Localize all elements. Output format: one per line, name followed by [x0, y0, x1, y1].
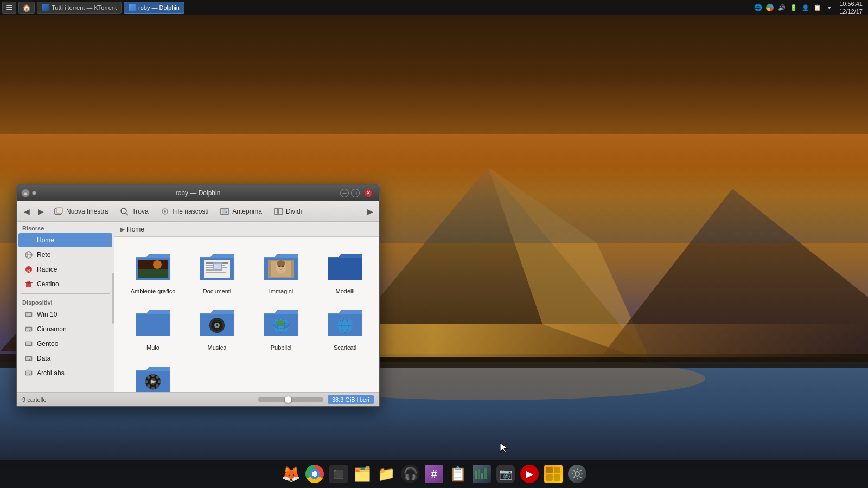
modelli-label: Modelli — [336, 288, 355, 294]
split-button[interactable]: Dividi — [268, 204, 307, 219]
network-manager-icon[interactable]: 🌐 — [754, 3, 762, 12]
svg-rect-107 — [481, 473, 483, 479]
window-controls: ─ □ ✕ — [340, 189, 375, 197]
menu-button[interactable] — [2, 2, 16, 14]
dock-media[interactable]: ▶ — [519, 463, 540, 485]
svg-rect-32 — [26, 313, 31, 316]
pubblici-thumbnail — [264, 306, 298, 341]
zoom-slider[interactable] — [258, 397, 323, 402]
dock-settings[interactable] — [566, 463, 588, 485]
svg-rect-106 — [478, 469, 480, 479]
svg-point-39 — [29, 345, 30, 346]
taskbar-bottom: 🦊 ⬛ 🗂️ 📁 🎧 # 📋 — [0, 460, 868, 488]
dolphin-window-button[interactable]: roby — Dolphin — [124, 2, 184, 14]
folder-pubblici[interactable]: Pubblici — [251, 302, 311, 354]
svg-rect-38 — [26, 342, 31, 345]
folder-modelli[interactable]: Modelli — [315, 246, 375, 298]
svg-rect-105 — [475, 471, 477, 479]
svg-rect-110 — [554, 467, 560, 473]
window-title: roby — Dolphin — [176, 189, 221, 197]
immagini-thumbnail — [264, 250, 298, 285]
toolbar-more-button[interactable]: ▶ — [364, 204, 376, 219]
home-icon: 🏠 — [22, 4, 31, 12]
zoom-slider-container — [258, 397, 323, 402]
user-icon[interactable]: 👤 — [801, 3, 810, 12]
dock-filemanager[interactable]: 🗂️ — [352, 463, 373, 485]
sidebar-win10-label: Win 10 — [37, 311, 57, 318]
dock-camera[interactable]: 📷 — [495, 463, 516, 485]
window-sticky-button[interactable] — [32, 191, 36, 195]
sidebar-scrollbar-track[interactable] — [112, 222, 114, 392]
svg-point-36 — [29, 330, 30, 331]
svg-point-12 — [121, 208, 126, 214]
chrome-tray-icon[interactable] — [765, 3, 774, 12]
sidebar-item-root[interactable]: R Radice — [18, 262, 112, 277]
back-button[interactable]: ◀ — [20, 204, 33, 219]
dolphin-window: ≡ roby — Dolphin ─ □ ✕ ◀ ▶ Nuova finestr… — [16, 184, 380, 407]
svg-rect-41 — [26, 357, 31, 360]
sidebar-resources-title: Risorse — [17, 222, 114, 233]
find-button[interactable]: Trova — [114, 204, 153, 219]
dock-workspace-switcher[interactable] — [542, 463, 564, 485]
folder-immagini[interactable]: Immagini — [251, 246, 311, 298]
svg-point-42 — [29, 359, 30, 361]
preview-button[interactable]: Anteprima — [214, 204, 267, 219]
sidebar-cinnamon-label: Cinnamon — [37, 325, 67, 333]
dock-terminal[interactable]: ⬛ — [328, 463, 349, 485]
sidebar-item-cinnamon[interactable]: Cinnamon — [18, 322, 112, 336]
svg-point-99 — [147, 376, 150, 379]
sidebar-item-trash[interactable]: Cestino — [18, 277, 112, 291]
folder-ambiente-grafico[interactable]: Ambiente grafico — [123, 246, 183, 298]
window-maximize-button[interactable]: □ — [351, 189, 360, 197]
sidebar-item-gentoo[interactable]: Gentoo — [18, 337, 112, 351]
find-icon — [119, 206, 130, 217]
sidebar-item-win10[interactable]: Win 10 — [18, 307, 112, 322]
dock-headphones[interactable]: 🎧 — [399, 463, 421, 485]
home-button[interactable]: 🏠 — [18, 2, 35, 14]
clipboard-icon[interactable]: 📋 — [813, 3, 822, 12]
battery-icon[interactable]: 🔋 — [789, 3, 798, 12]
dock-firefox[interactable]: 🦊 — [280, 463, 302, 485]
breadcrumb-home[interactable]: Home — [127, 226, 144, 233]
sidebar-item-archlabs[interactable]: ArchLabs — [18, 366, 112, 380]
svg-point-68 — [282, 266, 284, 267]
svg-rect-35 — [26, 328, 31, 331]
terminal-icon-symbol: ⬛ — [333, 469, 344, 479]
folder-documenti[interactable]: Documenti — [187, 246, 247, 298]
settings-icon — [568, 465, 586, 483]
preview-icon — [219, 206, 230, 217]
dock-folder[interactable]: 📁 — [375, 463, 397, 485]
sidebar-item-data[interactable]: Data — [18, 351, 112, 365]
sidebar-network-label: Rete — [37, 251, 50, 259]
svg-rect-108 — [484, 468, 487, 479]
dock-system-monitor[interactable] — [471, 463, 493, 485]
dock-chrome[interactable] — [304, 463, 326, 485]
folder-mulo[interactable]: Mulo — [123, 302, 183, 354]
svg-point-113 — [575, 472, 579, 476]
folder-musica[interactable]: Musica — [187, 302, 247, 354]
svg-rect-60 — [214, 264, 221, 269]
ambiente-label: Ambiente grafico — [131, 288, 176, 294]
mulo-thumbnail — [136, 306, 170, 341]
dock-notes[interactable]: 📋 — [447, 463, 469, 485]
musica-label: Musica — [208, 344, 227, 351]
ktorrent-window-button[interactable]: Tutti i torrent — KTorrent — [37, 2, 122, 14]
sidebar-item-network[interactable]: Rete — [18, 248, 112, 262]
forward-button[interactable]: ▶ — [34, 204, 47, 219]
sidebar-item-home[interactable]: Home — [18, 233, 112, 247]
window-menu-button[interactable]: ≡ — [21, 189, 30, 197]
hidden-files-button[interactable]: File nascosti — [155, 204, 214, 219]
dock-irc[interactable]: # — [423, 463, 445, 485]
audio-icon[interactable]: 🔊 — [777, 3, 786, 12]
expand-icon[interactable]: ▾ — [825, 3, 834, 12]
folder-scaricati[interactable]: Scaricati — [315, 302, 375, 354]
win10-drive-icon — [24, 310, 34, 319]
window-close-button[interactable]: ✕ — [364, 189, 373, 197]
video-thumbnail — [136, 363, 170, 392]
new-window-button[interactable]: Nuova finestra — [48, 204, 113, 219]
terminal-icon: ⬛ — [329, 465, 348, 483]
folder-video[interactable]: Video — [123, 358, 183, 392]
window-statusbar: 9 cartelle 38.3 GiB liberi — [17, 392, 379, 406]
window-minimize-button[interactable]: ─ — [340, 189, 349, 197]
svg-line-114 — [573, 470, 575, 472]
